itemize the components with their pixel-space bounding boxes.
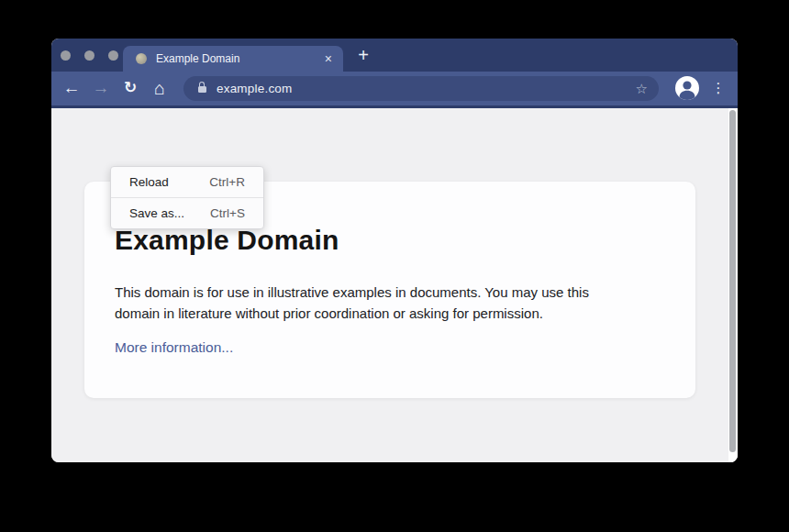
forward-button: →: [88, 75, 114, 101]
new-tab-button[interactable]: +: [350, 43, 376, 69]
paragraph-line-1: This domain is for use in illustrative e…: [115, 284, 589, 300]
scrollbar-thumb[interactable]: [729, 110, 736, 452]
home-button[interactable]: ⌂: [147, 75, 172, 101]
more-information-link[interactable]: More information...: [115, 339, 233, 356]
back-button[interactable]: ←: [59, 75, 84, 101]
person-icon: [675, 76, 699, 100]
paragraph-line-2: domain in literature without prior coord…: [115, 305, 543, 321]
tab-example-domain[interactable]: Example Domain ×: [123, 46, 343, 72]
menu-item-label: Save as...: [129, 206, 184, 220]
tab-favicon-globe-icon: [136, 53, 147, 64]
context-menu-item-save-as[interactable]: Save as... Ctrl+S: [111, 198, 263, 228]
menu-item-shortcut: Ctrl+S: [210, 206, 245, 220]
address-bar[interactable]: example.com ☆: [183, 76, 659, 101]
profile-avatar[interactable]: [675, 76, 699, 100]
window-zoom-button[interactable]: [108, 50, 118, 61]
tab-title: Example Domain: [156, 52, 325, 65]
reload-button[interactable]: ↻: [117, 75, 143, 101]
window-minimize-button[interactable]: [84, 50, 94, 61]
page-paragraph: This domain is for use in illustrative e…: [115, 282, 659, 324]
scrollbar-track[interactable]: [728, 108, 738, 462]
page-viewport: Example Domain This domain is for use in…: [51, 108, 738, 462]
lock-icon: [198, 86, 206, 93]
browser-toolbar: ← → ↻ ⌂ example.com ☆ ⋮: [51, 72, 738, 108]
window-close-button[interactable]: [61, 50, 71, 61]
browser-titlebar: Example Domain × +: [51, 39, 738, 72]
context-menu: Reload Ctrl+R Save as... Ctrl+S: [110, 166, 264, 229]
bookmark-star-icon[interactable]: ☆: [636, 76, 648, 101]
menu-item-shortcut: Ctrl+R: [209, 175, 245, 189]
context-menu-item-reload[interactable]: Reload Ctrl+R: [111, 167, 263, 197]
menu-item-label: Reload: [129, 175, 169, 189]
browser-window: Example Domain × + ← → ↻ ⌂ example.com ☆…: [51, 39, 738, 462]
url-text[interactable]: example.com: [217, 76, 292, 101]
tab-close-icon[interactable]: ×: [325, 46, 332, 72]
window-controls: [61, 50, 132, 61]
browser-menu-icon[interactable]: ⋮: [707, 75, 729, 101]
